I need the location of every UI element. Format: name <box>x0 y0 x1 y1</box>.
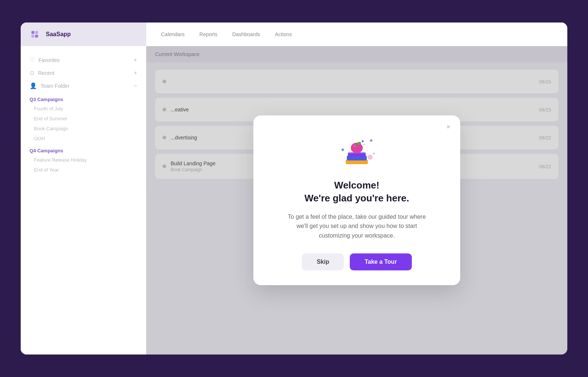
take-a-tour-button[interactable]: Take a Tour <box>350 253 411 270</box>
modal-close-button[interactable]: × <box>443 122 454 132</box>
heart-icon: ♡ <box>30 56 35 63</box>
svg-marker-6 <box>373 152 375 155</box>
svg-point-7 <box>368 155 373 160</box>
nav-actions[interactable]: Actions <box>275 31 292 37</box>
top-nav: SaaSapp Calendars Reports Dashboards Act… <box>21 23 567 46</box>
sidebar: ♡ Favorites + ⊙ Recent + 👤 Team Folder −… <box>21 46 146 354</box>
svg-rect-0 <box>31 31 34 34</box>
app-name: SaaSapp <box>46 31 71 38</box>
team-icon: 👤 <box>30 82 37 89</box>
sidebar-item-team-folder[interactable]: 👤 Team Folder − <box>21 79 146 92</box>
main-area: ♡ Favorites + ⊙ Recent + 👤 Team Folder −… <box>21 46 567 354</box>
nav-calendars[interactable]: Calendars <box>161 31 185 37</box>
add-recent-icon[interactable]: + <box>134 70 137 76</box>
svg-marker-4 <box>341 148 344 151</box>
svg-rect-1 <box>35 31 38 34</box>
svg-point-17 <box>362 140 364 142</box>
modal-illustration <box>335 133 379 170</box>
svg-rect-2 <box>31 35 34 38</box>
svg-point-14 <box>353 145 357 148</box>
svg-point-18 <box>364 143 365 145</box>
add-favorites-icon[interactable]: + <box>134 57 137 63</box>
sidebar-item-feature-release[interactable]: Feature Release Holiday <box>21 155 146 165</box>
sidebar-item-end-of-year[interactable]: End of Year <box>21 165 146 175</box>
app-frame: SaaSapp Calendars Reports Dashboards Act… <box>21 23 567 354</box>
sidebar-item-fourth-of-july[interactable]: Fourth of July <box>21 104 146 114</box>
sidebar-header: SaaSapp <box>21 23 146 46</box>
clock-icon: ⊙ <box>30 69 34 76</box>
sidebar-item-end-of-summer[interactable]: End of Summer <box>21 114 146 124</box>
modal-title-line1: Welcome! <box>334 180 379 191</box>
recent-label: Recent <box>38 70 54 76</box>
sidebar-item-recent[interactable]: ⊙ Recent + <box>21 66 146 79</box>
logo-icon <box>28 28 41 41</box>
q3-campaigns-label: Q3 Campaigns <box>21 92 146 104</box>
modal-dialog: × <box>253 115 460 286</box>
content-area: Current Workspace 06/15 ...eative 06/15 <box>146 46 567 354</box>
sidebar-item-favorites[interactable]: ♡ Favorites + <box>21 53 146 66</box>
nav-dashboards[interactable]: Dashboards <box>232 31 260 37</box>
sidebar-item-ooh[interactable]: OOH <box>21 134 146 143</box>
sidebar-item-book-campaign[interactable]: Book Campaign <box>21 124 146 134</box>
modal-overlay: × <box>146 46 567 354</box>
team-folder-label: Team Folder <box>41 83 69 89</box>
svg-marker-5 <box>370 139 373 142</box>
favorites-label: Favorites <box>38 57 60 63</box>
svg-rect-3 <box>35 35 38 38</box>
add-team-icon[interactable]: − <box>134 83 137 89</box>
modal-title: Welcome! We're glad you're here. <box>304 179 409 205</box>
modal-title-line2: We're glad you're here. <box>304 193 409 204</box>
nav-reports[interactable]: Reports <box>199 31 218 37</box>
modal-actions: Skip Take a Tour <box>302 253 411 270</box>
nav-links: Calendars Reports Dashboards Actions <box>146 23 567 46</box>
modal-body: To get a feel of the place, take our gui… <box>283 212 431 241</box>
q4-campaigns-label: Q4 Campaigns <box>21 143 146 155</box>
skip-button[interactable]: Skip <box>302 253 344 270</box>
